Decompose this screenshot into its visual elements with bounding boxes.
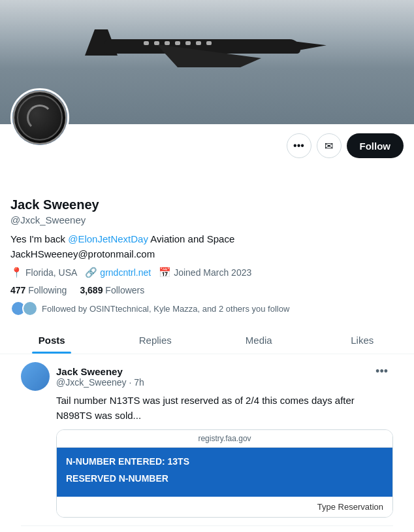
tweet-author-name: Jack Sweeney: [56, 366, 144, 377]
website-item: 🔗 grndcntrl.net: [85, 267, 151, 278]
profile-section: ••• ✉ Follow Jack Sweeney @Jxck_Sweeney …: [0, 124, 414, 526]
followers-stat[interactable]: 3,689 Followers: [80, 285, 144, 295]
website-link[interactable]: grndcntrl.net: [100, 267, 151, 278]
faa-reserved-label: RESERVED N-NUMBER: [66, 473, 383, 486]
more-options-button[interactable]: •••: [287, 133, 311, 158]
user-handle: @Jxck_Sweeney: [10, 214, 404, 225]
faa-n-number: N-NUMBER ENTERED: 13TS: [66, 456, 383, 469]
tweet-handle-time: @Jxck_Sweeney · 7h: [56, 377, 144, 388]
profile-actions: ••• ✉ Follow: [10, 124, 404, 165]
following-count: 477: [10, 285, 25, 295]
message-button[interactable]: ✉: [317, 133, 342, 158]
posts-area: Jack Sweeney @Jxck_Sweeney · 7h ••• Tail…: [10, 354, 404, 526]
tweet-time: · 7h: [129, 377, 144, 388]
followed-by-text: Followed by OSINTtechnical, Kyle Mazza, …: [42, 304, 289, 314]
joined-item: 📅 Joined March 2023: [159, 267, 251, 278]
bio: Yes I'm back @ElonJetNextDay Aviation an…: [10, 232, 404, 261]
avatar[interactable]: [10, 88, 69, 147]
location-icon: 📍: [10, 267, 23, 278]
location-text: Florida, USA: [25, 267, 77, 278]
followed-by-avatars: [10, 301, 38, 316]
joined-text: Joined March 2023: [174, 267, 251, 278]
follower-avatar-2: [22, 301, 38, 316]
calendar-icon: 📅: [159, 267, 171, 278]
following-label: Following: [28, 285, 67, 295]
faa-type-label: Type Reservation: [317, 502, 383, 512]
link-icon: 🔗: [85, 267, 97, 278]
tweet-card: Jack Sweeney @Jxck_Sweeney · 7h ••• Tail…: [21, 362, 393, 526]
faa-white-section: Type Reservation: [57, 497, 392, 517]
location-item: 📍 Florida, USA: [10, 267, 77, 278]
display-name: Jack Sweeney: [10, 196, 404, 213]
tab-posts[interactable]: Posts: [0, 325, 104, 354]
tab-likes[interactable]: Likes: [311, 325, 415, 354]
tweet-body: Tail number N13TS was just reserved as o…: [56, 393, 393, 423]
faa-domain: registry.faa.gov: [57, 430, 392, 448]
follow-button[interactable]: Follow: [347, 133, 404, 158]
following-stat[interactable]: 477 Following: [10, 285, 67, 295]
bio-mention[interactable]: @ElonJetNextDay: [68, 233, 148, 244]
followers-count: 3,689: [80, 285, 103, 295]
tab-media[interactable]: Media: [207, 325, 311, 354]
tweet-header: Jack Sweeney @Jxck_Sweeney · 7h •••: [21, 362, 393, 391]
tweet-avatar: [21, 362, 50, 391]
followed-by-row: Followed by OSINTtechnical, Kyle Mazza, …: [10, 301, 404, 316]
tweet-handle: @Jxck_Sweeney: [56, 377, 127, 388]
meta-row: 📍 Florida, USA 🔗 grndcntrl.net 📅 Joined …: [10, 267, 404, 278]
profile-tabs: Posts Replies Media Likes: [0, 325, 414, 354]
avatar-image: [12, 90, 67, 145]
tweet-author-row: Jack Sweeney @Jxck_Sweeney · 7h: [21, 362, 144, 391]
tab-replies[interactable]: Replies: [104, 325, 208, 354]
faa-blue-section: N-NUMBER ENTERED: 13TS RESERVED N-NUMBER: [57, 448, 392, 497]
tweet-more-button[interactable]: •••: [370, 362, 393, 381]
faa-embed-card: registry.faa.gov N-NUMBER ENTERED: 13TS …: [56, 429, 393, 518]
stats-row: 477 Following 3,689 Followers: [10, 285, 404, 295]
tweet-author-info: Jack Sweeney @Jxck_Sweeney · 7h: [56, 366, 144, 388]
followers-label: Followers: [105, 285, 144, 295]
bio-text: Yes I'm back: [10, 233, 68, 244]
profile-info: Jack Sweeney @Jxck_Sweeney Yes I'm back …: [10, 165, 404, 316]
